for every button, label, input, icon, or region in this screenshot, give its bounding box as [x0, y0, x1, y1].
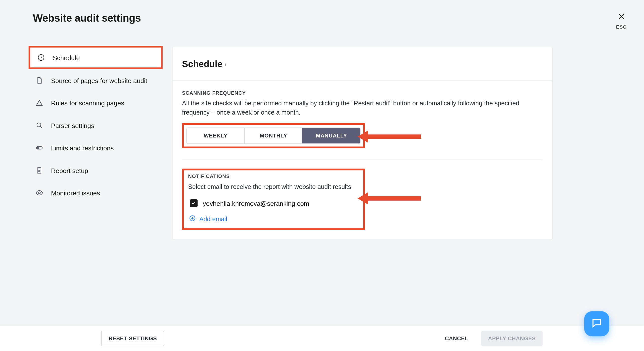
info-icon[interactable]: i [225, 61, 226, 66]
close-button[interactable]: ESC [616, 12, 626, 30]
reset-settings-button[interactable]: RESET SETTINGS [101, 330, 164, 346]
magnify-icon [36, 122, 43, 129]
sidebar-item-limits[interactable]: Limits and restrictions [28, 137, 162, 159]
email-checkbox[interactable] [190, 199, 198, 207]
chat-icon [591, 317, 602, 330]
scanning-frequency-label: SCANNING FREQUENCY [182, 90, 542, 96]
section-divider [182, 160, 542, 160]
settings-sidebar: Schedule Source of pages for website aud… [28, 46, 162, 204]
chat-fab[interactable] [584, 311, 609, 336]
frequency-highlight-box: WEEKLY MONTHLY MANUALLY [182, 123, 365, 148]
add-email-label: Add email [200, 216, 227, 222]
close-esc-label: ESC [616, 24, 626, 29]
document-icon [36, 166, 43, 174]
sidebar-item-rules[interactable]: Rules for scanning pages [28, 92, 162, 114]
annotation-arrow [364, 130, 421, 142]
annotation-arrow [364, 192, 421, 204]
svg-point-4 [38, 192, 40, 194]
sidebar-item-label: Schedule [53, 54, 80, 62]
notifications-highlight-box: NOTIFICATIONS Select email to receive th… [182, 168, 365, 230]
footer-bar: RESET SETTINGS CANCEL APPLY CHANGES [0, 325, 644, 351]
frequency-option-weekly[interactable]: WEEKLY [187, 128, 244, 144]
frequency-option-monthly[interactable]: MONTHLY [244, 128, 302, 144]
sidebar-item-label: Rules for scanning pages [51, 99, 124, 107]
add-email-button[interactable]: Add email [188, 215, 359, 223]
file-icon [36, 76, 43, 84]
sidebar-item-report[interactable]: Report setup [28, 159, 162, 182]
sidebar-item-label: Monitored issues [51, 189, 100, 197]
sidebar-item-label: Report setup [51, 166, 88, 174]
frequency-option-manually[interactable]: MANUALLY [302, 128, 360, 144]
triangle-icon [36, 99, 43, 107]
notification-email-row: yevheniia.khromova@seranking.com [188, 199, 359, 207]
sidebar-item-monitored[interactable]: Monitored issues [28, 182, 162, 204]
toggle-icon [36, 144, 43, 152]
clock-icon [37, 54, 45, 62]
notifications-desc: Select email to receive the report with … [188, 182, 359, 192]
notification-email-address: yevheniia.khromova@seranking.com [203, 200, 309, 207]
page-title: Website audit settings [33, 12, 141, 24]
close-icon [617, 12, 626, 22]
schedule-panel: Schedule i SCANNING FREQUENCY All the si… [172, 47, 552, 240]
cancel-button[interactable]: CANCEL [438, 330, 475, 346]
plus-circle-icon [189, 215, 196, 223]
sidebar-item-source[interactable]: Source of pages for website audit [28, 69, 162, 92]
sidebar-item-parser[interactable]: Parser settings [28, 114, 162, 136]
svg-point-1 [37, 123, 41, 127]
notifications-label: NOTIFICATIONS [188, 174, 359, 179]
scanning-frequency-desc: All the site checks will be performed ma… [182, 99, 536, 117]
sidebar-item-label: Limits and restrictions [51, 144, 114, 152]
apply-changes-button: APPLY CHANGES [481, 330, 542, 346]
sidebar-item-label: Parser settings [51, 122, 94, 129]
svg-point-3 [37, 147, 39, 149]
frequency-segmented-control: WEEKLY MONTHLY MANUALLY [186, 128, 361, 144]
sidebar-item-label: Source of pages for website audit [51, 77, 147, 84]
eye-icon [36, 189, 43, 197]
sidebar-item-schedule[interactable]: Schedule [28, 46, 162, 69]
panel-title: Schedule [182, 59, 222, 69]
